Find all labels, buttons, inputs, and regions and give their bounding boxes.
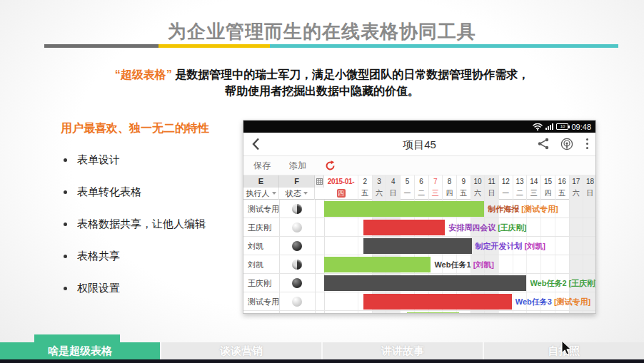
feature-label: 表单设计	[77, 153, 120, 167]
day-column: 2015-01-01四	[324, 175, 358, 200]
day-number: 10	[471, 175, 485, 188]
brand-name: “超级表格”	[115, 68, 172, 81]
day-number: 16	[555, 175, 569, 188]
executor-cell[interactable]: 刘凯	[243, 237, 279, 255]
task-assignee-tag: [王庆刚]	[567, 279, 595, 287]
day-column: 11日	[484, 175, 498, 200]
day-column: 18日	[583, 175, 596, 200]
day-number: 13	[513, 175, 527, 188]
tab-item-1[interactable]: 啥是超级表格	[0, 342, 161, 359]
task-assignee-tag: [测试专用]	[552, 297, 590, 306]
status-sphere-icon[interactable]	[292, 297, 302, 307]
gantt-row: 刘凯Web任务1 [刘凯]	[243, 255, 595, 274]
feature-label: 表单转化表格	[77, 185, 141, 199]
day-column: 3六	[372, 175, 386, 200]
phone-toolbar: 保存 添加	[243, 156, 595, 175]
executor-cell[interactable]: 刘凯	[243, 255, 279, 274]
task-name: Web任务3	[515, 297, 552, 306]
day-number: 12	[499, 175, 513, 188]
day-of-week: 二	[415, 188, 428, 200]
executor-cell[interactable]: 王庆刚	[243, 274, 279, 292]
day-number: 14	[527, 175, 540, 188]
day-of-week: 二	[513, 188, 527, 200]
intro-line-1-text: 是数据管理中的瑞士军刀，满足小微型团队的日常数据管理协作需求，	[172, 68, 529, 81]
intro-line-1: “超级表格” 是数据管理中的瑞士军刀，满足小微型团队的日常数据管理协作需求，	[0, 66, 644, 83]
intro-line-2: 帮助使用者挖掘出数据中隐藏的价值。	[0, 83, 644, 99]
task-name: 制定开发计划	[476, 242, 523, 250]
day-column: 4日	[386, 175, 400, 200]
executor-cell[interactable]: 测试专用	[243, 292, 279, 311]
column-e-header[interactable]: E	[243, 175, 279, 188]
feature-label: 表格共享	[77, 250, 120, 263]
underline-segment-gray	[44, 44, 159, 48]
feature-label: 表格数据共享，让他人编辑	[77, 218, 206, 231]
day-number: 4	[386, 175, 400, 188]
gantt-bar[interactable]	[324, 275, 526, 291]
status-sphere-icon[interactable]	[292, 204, 302, 214]
day-number: 18	[583, 175, 596, 188]
phone-screenshot: 10 09:48 项目45	[243, 120, 596, 314]
intro-paragraph: “超级表格” 是数据管理中的瑞士军刀，满足小微型团队的日常数据管理协作需求， 帮…	[0, 66, 644, 99]
status-sphere-icon[interactable]	[292, 223, 302, 232]
battery-level: 10	[560, 124, 565, 128]
task-assignee-tag: [测试专用]	[519, 205, 558, 213]
status-sphere-icon[interactable]	[292, 241, 302, 251]
page-title: 为企业管理而生的在线表格协同工具	[0, 19, 644, 44]
executor-cell[interactable]: 测试专用	[243, 200, 279, 218]
feature-item: 表格数据共享，让他人编辑	[61, 218, 239, 231]
status-sphere-icon[interactable]	[292, 260, 302, 270]
phone-status-bar: 10 09:48	[243, 121, 595, 133]
gantt-row	[243, 311, 595, 314]
status-sphere-icon[interactable]	[292, 278, 302, 288]
day-number: 11	[485, 175, 498, 188]
day-column: 12一	[498, 175, 513, 200]
active-tab-notch	[34, 334, 120, 342]
day-column: 5一	[400, 175, 414, 200]
title-underline	[44, 44, 618, 48]
tab-label: 谈谈营销	[220, 344, 263, 358]
feature-item: 表单转化表格	[61, 185, 239, 199]
gantt-bar[interactable]	[363, 238, 472, 254]
grid-icon[interactable]	[315, 175, 324, 188]
day-of-week: 四	[541, 188, 555, 200]
broadcast-icon[interactable]	[560, 138, 573, 150]
gantt-bar[interactable]	[324, 201, 484, 217]
task-name: 制作海报	[488, 205, 519, 213]
task-name: Web任务1	[434, 260, 471, 269]
gantt-bar[interactable]	[407, 312, 459, 314]
save-button[interactable]: 保存	[253, 160, 271, 172]
day-of-week: 一	[499, 188, 513, 200]
executor-header[interactable]: 执行人	[243, 188, 279, 200]
column-f-header[interactable]: F	[279, 175, 315, 188]
executor-cell[interactable]: 王庆刚	[243, 218, 279, 237]
day-of-week: 日	[485, 188, 498, 200]
share-icon[interactable]	[538, 138, 549, 150]
tab-item-2[interactable]: 谈谈营销	[161, 342, 323, 359]
day-column: 7三	[428, 175, 443, 200]
task-label: Web任务1 [刘凯]	[434, 255, 494, 274]
day-of-week: 五	[555, 188, 569, 200]
gantt-bar[interactable]	[363, 294, 512, 310]
wifi-icon	[533, 123, 543, 131]
task-label: 制定开发计划 [刘凯]	[476, 237, 545, 255]
gantt-bar[interactable]	[324, 257, 431, 272]
refresh-icon[interactable]	[325, 160, 336, 171]
day-column: 6二	[414, 175, 428, 200]
bullet-icon	[64, 190, 67, 194]
mouse-cursor	[561, 340, 572, 356]
feature-item: 权限设置	[61, 282, 239, 295]
day-column: 15四	[540, 175, 555, 200]
day-of-week: 五	[358, 188, 372, 200]
day-number: 7	[429, 175, 443, 188]
gantt-bar[interactable]	[363, 220, 445, 235]
gantt-row: 测试专用Web任务3 [测试专用]	[243, 292, 595, 311]
status-header[interactable]: 状态	[279, 188, 315, 200]
tab-item-3[interactable]: 讲讲故事	[323, 342, 484, 359]
task-label: 制作海报 [测试专用]	[488, 200, 558, 218]
add-button[interactable]: 添加	[289, 160, 306, 172]
overflow-menu-icon[interactable]	[585, 137, 590, 150]
chevron-down-icon	[272, 192, 276, 195]
executor-cell[interactable]	[243, 311, 279, 314]
day-number: 6	[415, 175, 428, 188]
day-number: 8	[443, 175, 456, 188]
